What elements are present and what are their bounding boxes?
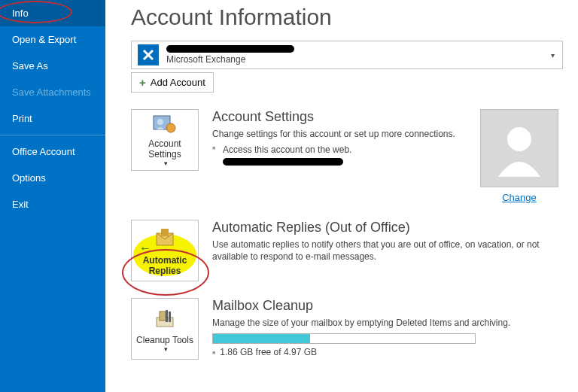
sidebar-divider	[0, 135, 105, 135]
account-selector[interactable]: Microsoft Exchange ▾	[131, 41, 563, 69]
sidebar-item-exit[interactable]: Exit	[0, 191, 105, 217]
svg-rect-9	[166, 310, 168, 322]
sidebar-item-label: Save As	[12, 60, 48, 71]
section-title: Automatic Replies (Out of Office)	[212, 220, 563, 236]
section-bullet: Access this account on the web.	[212, 144, 462, 155]
section-desc: Change settings for this account or set …	[212, 128, 462, 140]
sidebar-item-label: Info	[12, 8, 29, 19]
svg-rect-8	[160, 311, 166, 321]
button-label: Cleanup Tools	[136, 335, 193, 345]
storage-progress-fill	[213, 334, 310, 343]
section-desc: Use automatic replies to notify others t…	[212, 239, 563, 263]
section-desc: Manage the size of your mailbox by empty…	[212, 317, 563, 329]
change-photo-link[interactable]: Change	[476, 192, 563, 203]
sidebar-item-print[interactable]: Print	[0, 105, 105, 132]
account-settings-icon	[151, 113, 178, 135]
sidebar-item-label: Save Attachments	[12, 87, 91, 98]
automatic-replies-icon	[151, 225, 178, 252]
exchange-logo-icon	[138, 44, 159, 65]
sidebar-item-label: Office Account	[12, 146, 75, 157]
sidebar-item-label: Options	[12, 172, 46, 184]
svg-point-3	[166, 123, 175, 132]
svg-rect-10	[169, 311, 171, 322]
svg-point-2	[157, 119, 163, 125]
sidebar-item-label: Exit	[12, 199, 29, 210]
annotation-arrow-icon: ←	[139, 242, 151, 255]
sidebar-item-info[interactable]: Info	[0, 0, 105, 26]
section-title: Mailbox Cleanup	[212, 298, 563, 314]
add-account-label: Add Account	[151, 77, 205, 88]
page-title: Account Information	[131, 5, 563, 30]
automatic-replies-button[interactable]: ← Automatic Replies	[131, 220, 199, 281]
storage-progress	[212, 333, 476, 344]
svg-rect-6	[161, 229, 169, 236]
section-title: Account Settings	[212, 109, 462, 125]
cleanup-tools-button[interactable]: Cleanup Tools▾	[131, 298, 199, 360]
sidebar-item-save-as[interactable]: Save As	[0, 53, 105, 79]
storage-text: 1.86 GB free of 4.97 GB	[212, 347, 563, 357]
chevron-down-icon: ▾	[551, 51, 555, 59]
chevron-down-icon: ▾	[164, 160, 168, 167]
add-account-button[interactable]: + Add Account	[131, 72, 214, 93]
button-label: Account Settings	[135, 138, 195, 160]
sidebar-item-options[interactable]: Options	[0, 165, 105, 191]
sidebar-item-label: Open & Export	[12, 34, 76, 45]
sidebar-item-office-account[interactable]: Office Account	[0, 138, 105, 165]
plus-icon: +	[139, 76, 146, 89]
svg-point-4	[507, 127, 531, 151]
sidebar-item-save-attachments: Save Attachments	[0, 79, 105, 105]
chevron-down-icon: ▾	[164, 345, 168, 353]
backstage-sidebar: Info Open & Export Save As Save Attachme…	[0, 0, 105, 392]
button-label: Automatic Replies	[135, 255, 195, 276]
cleanup-tools-icon	[151, 305, 178, 332]
profile-avatar	[480, 109, 558, 187]
main-panel: Account Information Microsoft Exchange ▾…	[105, 0, 578, 392]
sidebar-item-open-export[interactable]: Open & Export	[0, 26, 105, 53]
account-settings-button[interactable]: Account Settings▾	[131, 109, 199, 171]
sidebar-item-label: Print	[12, 113, 32, 124]
account-type-label: Microsoft Exchange	[166, 54, 302, 65]
